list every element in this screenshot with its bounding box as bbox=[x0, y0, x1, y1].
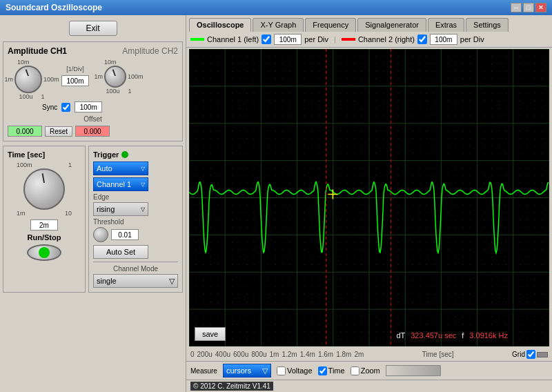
threshold-knob[interactable] bbox=[93, 227, 108, 242]
ch1-indicator: Channel 1 (left) per Div bbox=[190, 34, 328, 45]
run-stop-button[interactable] bbox=[27, 244, 61, 261]
offset-label: Offset bbox=[8, 115, 178, 123]
time-600u: 600u bbox=[233, 351, 248, 358]
ch2-color-line bbox=[342, 38, 355, 41]
edge-label: Edge bbox=[93, 193, 178, 201]
ch1-amplitude-knob[interactable] bbox=[14, 66, 42, 93]
run-indicator bbox=[39, 247, 50, 258]
measure-dropdown-value: cursors bbox=[226, 366, 251, 375]
time-0: 0 bbox=[190, 351, 195, 358]
measure-bar: Measure cursors ▽ Voltage Time Zoom bbox=[186, 361, 552, 380]
time-12m: 1.2m bbox=[282, 351, 297, 358]
grid-checkbox[interactable] bbox=[526, 350, 535, 359]
trigger-channel-dropdown[interactable]: Channel 1 ▽ bbox=[93, 177, 148, 191]
ch2-amplitude-knob[interactable] bbox=[104, 66, 126, 88]
time-check: Time bbox=[318, 366, 345, 375]
channel-mode-value: single bbox=[97, 277, 117, 285]
scope-display[interactable]: save dT 323.457u sec f 3.0916k Hz bbox=[189, 49, 549, 346]
ch1-label: Channel 1 (left) bbox=[207, 35, 259, 43]
channel-mode-section: Channel Mode single ▽ bbox=[93, 262, 178, 288]
trigger-header: Trigger bbox=[93, 150, 178, 159]
tab-frequency[interactable]: Frequency bbox=[305, 18, 356, 32]
channel-mode-label: Channel Mode bbox=[93, 265, 178, 273]
reset-button[interactable]: Reset bbox=[45, 126, 72, 137]
close-button[interactable]: ✕ bbox=[535, 3, 546, 12]
channel-mode-dropdown[interactable]: single ▽ bbox=[93, 274, 178, 288]
tab-signalgenerator[interactable]: Signalgenerator bbox=[357, 18, 426, 32]
time-1m: 1m bbox=[270, 351, 279, 358]
time-16m: 1.6m bbox=[318, 351, 333, 358]
ch1-checkbox[interactable] bbox=[262, 35, 271, 44]
ch2-per-div-input[interactable] bbox=[430, 34, 457, 45]
zoom-slider[interactable] bbox=[386, 365, 441, 376]
trigger-channel-arrow: ▽ bbox=[141, 182, 145, 188]
trigger-title: Trigger bbox=[93, 150, 119, 159]
zoom-check: Zoom bbox=[351, 366, 380, 375]
time-title: Time [sec] bbox=[8, 150, 81, 159]
time-input[interactable] bbox=[30, 219, 58, 231]
edge-value: rising bbox=[97, 205, 115, 213]
time-2m: 2m bbox=[354, 351, 364, 358]
ch1-color-line bbox=[190, 38, 204, 41]
threshold-input[interactable] bbox=[111, 229, 139, 240]
title-bar: Soundcard Oszilloscope ─ □ ✕ bbox=[0, 0, 552, 15]
trigger-indicator bbox=[121, 151, 128, 158]
right-panel: Oscilloscope X-Y Graph Frequency Signalg… bbox=[186, 15, 552, 392]
ch2-checkbox[interactable] bbox=[417, 35, 427, 44]
ch1-knob-br: 1 bbox=[41, 93, 45, 100]
title-text: Soundcard Oszilloscope bbox=[6, 3, 102, 12]
ch1-per-div-label: per Div bbox=[304, 35, 328, 43]
maximize-button[interactable]: □ bbox=[523, 3, 534, 12]
time-checkbox[interactable] bbox=[318, 366, 327, 375]
zoom-checkbox[interactable] bbox=[351, 366, 359, 375]
autoset-button[interactable]: Auto Set bbox=[93, 245, 148, 259]
time-knob[interactable] bbox=[23, 168, 65, 210]
time-200u: 200u bbox=[197, 351, 213, 358]
run-stop-label: Run/Stop bbox=[8, 233, 81, 242]
ch2-knob-right-label: 100m bbox=[128, 73, 144, 80]
ch1-knob-right-label: 100m bbox=[43, 76, 59, 83]
version-badge: © 2012 C. Zeitmitz V1.41 bbox=[190, 382, 273, 391]
ch1-knob-bl: 100u bbox=[19, 93, 32, 100]
ch2-indicator: Channel 2 (right) per Div bbox=[342, 34, 484, 45]
voltage-checkbox[interactable] bbox=[277, 366, 286, 375]
ch1-offset-input[interactable] bbox=[8, 126, 42, 137]
time-knob-container: 100m 1 1m 10 bbox=[17, 161, 72, 217]
amplitude-header: Amplitude CH1 Amplitude CH2 bbox=[8, 46, 178, 56]
main-container: Exit Amplitude CH1 Amplitude CH2 10m 1m … bbox=[0, 15, 552, 392]
tab-settings[interactable]: Settings bbox=[466, 18, 509, 32]
tab-oscilloscope[interactable]: Oscilloscope bbox=[189, 18, 251, 32]
ch2-knob-bl: 100u bbox=[106, 88, 119, 95]
edge-dropdown[interactable]: rising ▽ bbox=[93, 202, 148, 216]
exit-button[interactable]: Exit bbox=[69, 21, 117, 36]
channel-bar: Channel 1 (left) per Div | Channel 2 (ri… bbox=[186, 32, 552, 48]
ch1-sync-input[interactable] bbox=[61, 75, 89, 86]
time-14m: 1.4m bbox=[300, 351, 315, 358]
tab-extras[interactable]: Extras bbox=[428, 18, 464, 32]
time-label-br: 10 bbox=[65, 210, 72, 217]
measure-dropdown-arrow: ▽ bbox=[262, 366, 268, 375]
ch2-knob-left-label: 1m bbox=[94, 73, 103, 80]
trigger-mode-value: Auto bbox=[97, 164, 112, 173]
offset-row: Reset bbox=[8, 126, 178, 137]
scope-canvas bbox=[189, 49, 549, 346]
trigger-section: Trigger Auto ▽ Channel 1 ▽ Edge rising ▽… bbox=[88, 146, 183, 293]
measure-dropdown[interactable]: cursors ▽ bbox=[223, 364, 271, 378]
ch2-sync-input[interactable] bbox=[75, 101, 102, 112]
time-section: Time [sec] 100m 1 1m 10 Run/Stop bbox=[3, 146, 86, 293]
ch1-sync-row bbox=[61, 75, 89, 86]
minimize-button[interactable]: ─ bbox=[511, 3, 522, 12]
trigger-mode-dropdown[interactable]: Auto ▽ bbox=[93, 161, 148, 175]
tab-xy-graph[interactable]: X-Y Graph bbox=[253, 18, 304, 32]
voltage-check: Voltage bbox=[277, 366, 313, 375]
ch2-per-div-label: per Div bbox=[460, 35, 484, 43]
ch1-per-div-input[interactable] bbox=[274, 34, 302, 45]
trigger-mode-arrow: ▽ bbox=[141, 166, 145, 172]
ch2-offset-input[interactable] bbox=[75, 126, 110, 137]
sync-checkbox[interactable] bbox=[61, 103, 70, 112]
time-label-tr: 1 bbox=[68, 161, 72, 168]
channel-mode-arrow: ▽ bbox=[169, 277, 175, 286]
time-18m: 1.8m bbox=[336, 351, 351, 358]
time-label-bl: 1m bbox=[17, 210, 26, 217]
time-axis-label: Time [sec] bbox=[366, 351, 509, 358]
